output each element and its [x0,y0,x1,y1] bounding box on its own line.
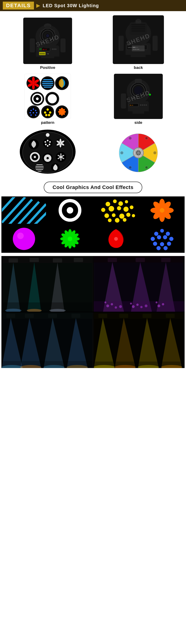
svg-point-107 [134,86,143,94]
svg-rect-275 [25,314,34,318]
svg-rect-1 [36,56,41,60]
svg-point-178 [106,202,110,206]
svg-rect-292 [166,314,175,318]
svg-rect-301 [94,362,184,368]
svg-rect-277 [71,314,80,318]
svg-point-16 [46,34,49,37]
svg-point-85 [47,108,49,110]
svg-point-88 [45,114,47,116]
svg-point-135 [34,156,36,158]
pattern-label: pattern [41,120,54,125]
svg-point-120 [47,140,48,141]
svg-point-232 [153,242,157,246]
svg-rect-289 [98,314,107,318]
product-image-back: INPUT/OUTPUT M [113,15,164,64]
svg-point-55 [32,82,35,84]
svg-point-176 [67,207,73,214]
product-image-pattern [24,74,71,119]
effect-cell-7 [94,225,139,253]
svg-rect-34 [119,36,124,51]
svg-point-206 [13,228,35,250]
svg-point-87 [49,111,51,114]
svg-rect-103 [121,94,126,108]
svg-point-72 [48,94,57,104]
svg-point-108 [149,94,151,96]
product-cell-side: 00.0 SHEHD side [95,74,182,127]
svg-text:00.0: 00.0 [130,104,133,106]
svg-point-75 [33,108,34,110]
svg-point-125 [47,145,48,146]
svg-point-161 [153,152,156,154]
svg-point-186 [130,206,133,209]
svg-point-81 [31,114,32,116]
svg-point-235 [156,246,161,250]
svg-point-204 [160,208,164,213]
svg-point-190 [126,213,130,217]
svg-rect-290 [119,314,128,318]
svg-point-114 [146,104,147,106]
svg-rect-18 [45,26,50,29]
svg-point-124 [49,144,50,145]
svg-point-165 [129,137,132,140]
svg-point-226 [160,229,164,232]
svg-point-122 [49,141,51,142]
effect-cell-4 [139,196,184,224]
svg-rect-252 [108,258,117,262]
svg-point-207 [17,232,24,239]
svg-point-76 [31,110,32,111]
svg-point-79 [33,112,34,114]
svg-point-231 [169,237,173,241]
svg-point-194 [123,218,127,222]
svg-point-192 [108,218,112,222]
gobo-plate-image [20,130,75,174]
svg-point-225 [154,232,158,236]
back-label: back [134,66,143,70]
effect-cell-6 [47,225,93,253]
svg-point-6 [52,48,53,50]
svg-point-49 [32,77,35,82]
usage-photo-4 [94,312,185,368]
effect-cell-5 [2,225,47,253]
svg-point-229 [157,235,161,239]
arrow-icon: ▶ [36,2,40,8]
svg-point-84 [43,107,53,117]
svg-rect-241 [53,258,62,262]
svg-point-113 [144,104,145,106]
product-images-section: 88.8 [0,11,186,179]
gobo-plate-cell [4,130,91,174]
svg-point-183 [109,206,114,212]
effect-cell-3 [94,196,139,224]
svg-rect-239 [9,258,18,262]
svg-rect-286 [2,361,92,368]
svg-point-228 [151,237,155,241]
product-row-1: 88.8 [2,15,184,72]
svg-rect-242 [74,258,83,262]
svg-point-19 [40,30,42,32]
svg-point-138 [47,157,49,159]
svg-point-77 [35,110,37,111]
svg-point-74 [28,107,39,117]
usage-photos-grid [2,256,184,368]
cool-graphics-text: Cool Graphics And Cool Effects [44,182,142,193]
svg-point-112 [142,104,143,106]
product-image-positive: 88.8 [23,18,72,64]
svg-rect-101 [128,111,133,114]
effect-grid [2,196,184,253]
svg-text:MINI: MINI [133,46,135,48]
svg-point-191 [132,214,135,217]
svg-point-188 [112,213,116,217]
svg-rect-274 [6,314,15,318]
effect-cell-2 [47,196,93,224]
svg-point-180 [118,201,123,206]
svg-rect-253 [136,258,145,262]
product-cell-positive: 88.8 [4,18,91,72]
usage-photo-3 [2,312,93,368]
svg-rect-40 [131,28,145,30]
svg-point-43 [136,19,140,21]
svg-rect-44 [132,46,145,51]
svg-rect-102 [144,111,149,114]
svg-point-121 [44,141,46,142]
svg-point-69 [36,98,39,100]
svg-point-221 [68,236,72,241]
svg-point-227 [166,232,170,236]
